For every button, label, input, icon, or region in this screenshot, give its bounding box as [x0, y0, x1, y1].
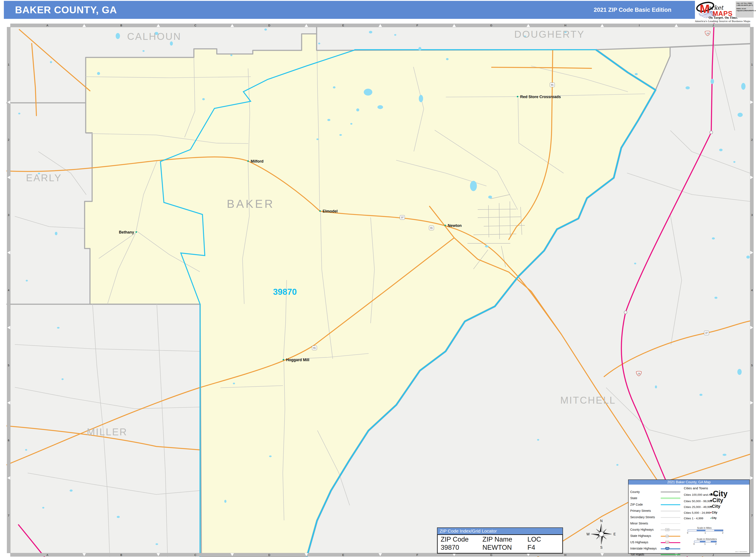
svg-text:A: A — [47, 553, 49, 557]
svg-text:19: 19 — [638, 372, 640, 375]
svg-text:2: 2 — [751, 138, 753, 141]
svg-text:19: 19 — [706, 32, 709, 35]
svg-text:C: C — [194, 553, 196, 557]
svg-text:A: A — [47, 24, 49, 27]
svg-text:37: 37 — [401, 216, 404, 219]
col-zip-code: ZIP Code — [438, 535, 483, 544]
scale-miles-bar — [688, 530, 723, 531]
state-highway-sample — [661, 536, 680, 537]
state-route-shield-icon: 91 — [312, 346, 317, 350]
svg-text:F: F — [416, 24, 418, 27]
town-label-milford: Milford — [251, 159, 263, 164]
county-label-early: EARLY — [26, 172, 62, 183]
legend-item-state-highways: State Highways — [630, 534, 651, 537]
svg-text:4: 4 — [8, 289, 9, 292]
header-bar: BAKER COUNTY, GA 2021 ZIP Code Basic Edi… — [4, 1, 695, 19]
svg-text:91: 91 — [313, 347, 316, 349]
interstate-highway-sample — [661, 549, 680, 549]
logo-tagline: On Target. On Time. — [709, 16, 738, 19]
svg-text:E: E — [342, 24, 344, 27]
state-line-sample — [661, 497, 680, 499]
svg-text:91: 91 — [430, 227, 433, 229]
col-zip-name: ZIP Name — [483, 535, 527, 544]
zip-line-sample — [661, 504, 680, 505]
county-highway-shield-icon: 123 — [665, 528, 669, 531]
town-label-bethany: Bethany — [119, 230, 134, 234]
svg-text:1: 1 — [751, 63, 753, 66]
city-class-label: Cities 25,000 - 49,999 — [684, 505, 712, 508]
compass-n-label: N — [600, 519, 603, 523]
city-dot-icon — [710, 512, 711, 513]
town-label-newton: Newton — [448, 224, 462, 228]
svg-text:37: 37 — [705, 332, 708, 334]
legend-item-county: County — [630, 490, 640, 494]
interchange-icon — [624, 311, 627, 314]
contact-line: EMAIL US AT: — [736, 8, 753, 10]
edition-label: 2021 ZIP Code Basic Edition — [593, 1, 671, 19]
county-label-calhoun: CALHOUN — [127, 31, 181, 42]
town-dot-icon — [444, 225, 446, 226]
city-sample-5k: City — [710, 511, 717, 514]
town-dot-icon — [517, 96, 518, 97]
zip-index-header-row: ZIP Code ZIP Name LOC — [438, 535, 562, 544]
legend-item-state: State — [630, 496, 637, 500]
svg-text:E: E — [342, 553, 344, 557]
zip-index-data-row: 39870 NEWTON F4 — [438, 544, 562, 552]
svg-text:I: I — [639, 24, 640, 27]
svg-text:7: 7 — [751, 514, 753, 517]
svg-text:2: 2 — [8, 138, 9, 141]
svg-text:G: G — [490, 24, 492, 27]
state-route-shield-icon: 91 — [550, 83, 555, 87]
svg-text:B: B — [120, 24, 122, 27]
scale-km-bar — [694, 541, 717, 543]
legend-title: 2021 Baker County, GA Map — [629, 480, 749, 485]
map-canvas: 37 37 91 91 91 19 19 CALHOUN — [6, 23, 754, 557]
us-highway-shield-icon: 123 — [665, 541, 669, 544]
svg-text:7: 7 — [8, 514, 9, 517]
scale-tick: 1 — [704, 543, 706, 545]
city-class-label: Cities 5,000 - 24,999 — [684, 511, 710, 515]
contact-line: mapsales@MarketMAPS.com — [736, 10, 753, 11]
scale-tick: 2 — [722, 532, 723, 534]
county-label-baker: BAKER — [227, 197, 274, 210]
town-dot-icon — [248, 160, 249, 162]
city-dot-icon — [710, 518, 711, 519]
map-page: BAKER COUNTY, GA 2021 ZIP Code Basic Edi… — [0, 0, 756, 557]
us-highway-sample — [661, 542, 680, 543]
scale-tick: 0 — [693, 543, 695, 545]
legend-item-interstate-highways: Interstate Highways — [630, 547, 657, 550]
logo-subtitle: America's Leading Source of Business Map… — [695, 20, 750, 23]
page-title: BAKER COUNTY, GA — [15, 1, 117, 19]
zip-code-label: 39870 — [273, 287, 297, 296]
svg-text:3: 3 — [751, 213, 753, 216]
scale-tick: 1 — [705, 532, 706, 534]
primary-street-sample — [661, 511, 680, 511]
county-label-miller: MILLER — [87, 426, 127, 437]
scale-km-label: Scale in Kilometers — [697, 538, 717, 540]
zip-index-title: ZIP Code Index/Grid Locator — [437, 527, 563, 534]
town-dot-icon — [283, 359, 284, 360]
svg-text:3: 3 — [8, 213, 9, 216]
svg-text:6: 6 — [8, 439, 9, 442]
svg-text:D: D — [268, 24, 270, 27]
legend-item-secondary-streets: Secondary Streets — [630, 516, 655, 519]
state-route-shield-icon: 37 — [704, 331, 709, 335]
col-loc: LOC — [527, 535, 557, 544]
county-line-sample — [661, 492, 680, 493]
legend-item-toll-roads: Toll Roads — [630, 553, 644, 556]
town-dot-icon — [319, 210, 321, 212]
city-dot-icon — [710, 506, 711, 507]
zip-name-value: NEWTON — [483, 544, 527, 552]
contact-line: 1-888-434-MAPS (6277) — [736, 4, 753, 6]
city-dot-icon — [710, 500, 712, 501]
minor-street-sample — [661, 523, 680, 524]
county-highway-sample — [661, 530, 680, 530]
compass-w-label: W — [586, 532, 590, 536]
contact-box: CALL US TOLL FREE! 1-888-434-MAPS (6277)… — [736, 1, 754, 18]
svg-text:4: 4 — [751, 289, 753, 292]
county-map-svg: 37 37 91 91 91 19 19 CALHOUN — [6, 23, 754, 557]
toll-road-sample — [661, 554, 680, 555]
city-sample-1k: City — [710, 517, 717, 520]
legend-item-zip-code: ZIP Code — [630, 503, 643, 506]
svg-text:5: 5 — [8, 364, 9, 367]
